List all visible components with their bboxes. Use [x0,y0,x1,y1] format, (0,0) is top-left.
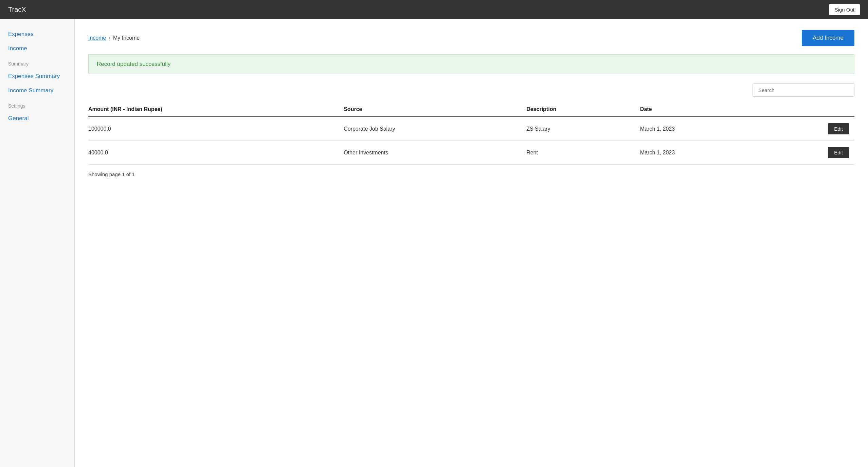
sidebar-item-expenses[interactable]: Expenses [0,27,74,41]
sidebar-item-income-summary[interactable]: Income Summary [0,83,74,98]
search-input[interactable] [753,83,854,97]
cell-source-1: Other Investments [344,141,526,165]
summary-section-label: Summary [0,56,74,69]
col-header-source: Source [344,102,526,117]
sidebar-item-general[interactable]: General [0,111,74,126]
page-header: Income / My Income Add Income [88,30,854,46]
success-message: Record updated successfully [97,61,170,67]
cell-amount-0: 100000.0 [88,117,344,141]
search-bar-row [88,83,854,97]
income-table: Amount (INR - Indian Rupee) Source Descr… [88,102,854,165]
breadcrumb-current: My Income [113,35,140,41]
breadcrumb: Income / My Income [88,35,140,41]
cell-description-1: Rent [526,141,640,165]
add-income-button[interactable]: Add Income [802,30,854,46]
app-brand: TracX [8,6,26,14]
layout: Expenses Income Summary Expenses Summary… [0,19,868,467]
sidebar-item-expenses-summary[interactable]: Expenses Summary [0,69,74,83]
cell-date-1: March 1, 2023 [640,141,770,165]
col-header-date: Date [640,102,770,117]
table-row: 40000.0 Other Investments Rent March 1, … [88,141,854,165]
table-body: 100000.0 Corporate Job Salary ZS Salary … [88,117,854,165]
table-header: Amount (INR - Indian Rupee) Source Descr… [88,102,854,117]
main-content: Income / My Income Add Income Record upd… [75,19,868,467]
settings-section-label: Settings [0,98,74,111]
col-header-description: Description [526,102,640,117]
edit-button-0[interactable]: Edit [828,123,849,134]
cell-date-0: March 1, 2023 [640,117,770,141]
table-row: 100000.0 Corporate Job Salary ZS Salary … [88,117,854,141]
breadcrumb-separator: / [109,35,110,41]
edit-button-1[interactable]: Edit [828,147,849,158]
sidebar-item-income[interactable]: Income [0,41,74,56]
pagination-info: Showing page 1 of 1 [88,171,854,177]
cell-source-0: Corporate Job Salary [344,117,526,141]
cell-edit-1: Edit [769,141,854,165]
cell-amount-1: 40000.0 [88,141,344,165]
col-header-actions [769,102,854,117]
success-banner: Record updated successfully [88,54,854,74]
col-header-amount: Amount (INR - Indian Rupee) [88,102,344,117]
signout-button[interactable]: Sign Out [829,4,860,15]
breadcrumb-parent[interactable]: Income [88,35,106,41]
sidebar: Expenses Income Summary Expenses Summary… [0,19,75,467]
cell-edit-0: Edit [769,117,854,141]
cell-description-0: ZS Salary [526,117,640,141]
top-nav: TracX Sign Out [0,0,868,19]
